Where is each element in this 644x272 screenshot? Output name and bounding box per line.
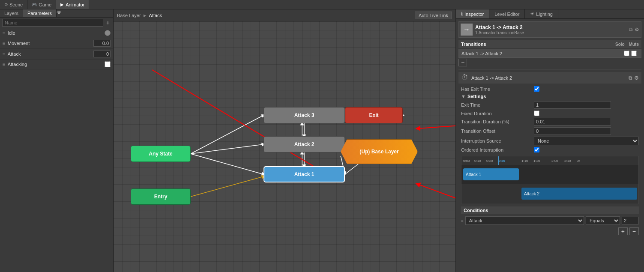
tab-scene[interactable]: ⊙ Scene [0, 0, 27, 9]
open-external-icon[interactable]: ⧉ [629, 27, 633, 33]
state-label: (Up) Base Layer [359, 149, 398, 155]
search-input[interactable] [2, 19, 103, 27]
interruption-source-label: Interruption Source [461, 138, 534, 143]
scene-icon: ⊙ [4, 2, 8, 7]
visibility-toggle[interactable]: 👁 [57, 9, 62, 17]
list-item: ≡ Attack [0, 49, 113, 60]
divider [458, 69, 641, 69]
add-param-button[interactable]: + [105, 19, 111, 26]
state-node-attack2[interactable]: Attack 2 [264, 136, 345, 152]
transition-duration-input[interactable] [534, 118, 611, 126]
param-name: Movement [8, 41, 92, 46]
state-node-base-layer[interactable]: (Up) Base Layer [341, 139, 418, 164]
track-row-1: Attack 1 [461, 165, 638, 184]
transitions-header: Transitions Solo Mute [458, 40, 641, 48]
timeline-mark: 0:20 [486, 159, 493, 163]
exit-time-label: Exit Time [461, 102, 534, 108]
breadcrumb-separator: ► [143, 13, 147, 18]
timeline-mark: 2:00 [551, 159, 558, 163]
condition-operator-select[interactable]: Equals Not Equal Greater Less [586, 216, 620, 225]
svg-line-11 [191, 154, 264, 174]
timeline-mark: 2:10 [564, 159, 571, 163]
interruption-source-row: Interruption Source None Current State N… [458, 136, 641, 146]
breadcrumb-base-layer[interactable]: Base Layer [117, 13, 141, 18]
tab-lighting[interactable]: ☀ Lighting [525, 9, 558, 18]
transition-offset-row: Transition Offset [458, 126, 641, 136]
transition-offset-input[interactable] [534, 127, 611, 135]
param-value-input[interactable] [93, 40, 111, 47]
tab-parameters[interactable]: Parameters [23, 9, 57, 17]
svg-line-10 [191, 144, 264, 154]
has-exit-time-checkbox[interactable] [534, 86, 539, 92]
remove-condition-button[interactable]: − [629, 227, 639, 235]
animator-canvas[interactable]: Attack 3 Exit Attack 2 Any State (Up) Ba… [114, 21, 455, 272]
settings-gear-icon[interactable]: ⚙ [635, 27, 639, 33]
track-row-2: Attack 2 [461, 184, 638, 203]
timeline-mark: 1:10 [521, 159, 528, 163]
transition-edit-title: Attack 1 -> Attack 2 [471, 75, 512, 81]
state-node-exit[interactable]: Exit [345, 107, 403, 123]
state-node-entry[interactable]: Entry [131, 188, 191, 205]
interruption-source-select[interactable]: None Current State Next State Current St… [534, 137, 639, 145]
state-node-any-state[interactable]: Any State [131, 146, 191, 162]
left-panel-toolbar: + [0, 18, 113, 28]
tab-layers[interactable]: Layers [0, 9, 23, 17]
timeline-tracks: Attack 1 Attack 2 [461, 165, 638, 203]
transition-solo-checkbox[interactable] [624, 51, 629, 56]
settings-collapse-icon[interactable]: ▼ [461, 94, 466, 99]
state-label: Attack 3 [294, 112, 315, 118]
transition-item[interactable]: Attack 1 -> Attack 2 [458, 49, 641, 58]
tab-inspector[interactable]: ℹ Inspector [456, 9, 489, 18]
transition-duration-label: Transition Duration (%) [461, 119, 534, 124]
state-label: Attack 1 [294, 171, 315, 177]
param-trigger-circle [105, 30, 111, 36]
breadcrumb: Base Layer ► Attack [117, 13, 162, 18]
track-block-attack1: Attack 1 [463, 168, 519, 180]
param-list: ≡ Idle ≡ Movement ≡ Attack ≡ Attacking [0, 28, 113, 272]
state-node-attack3[interactable]: Attack 3 [264, 107, 345, 123]
transition-icon: → [461, 24, 473, 36]
has-exit-time-label: Has Exit Time [461, 87, 534, 92]
timeline-ruler: 0:00 0:10 0:20 0:30 1:10 1:20 2:00 2:10 … [461, 156, 638, 165]
timeline-mark: 2: [577, 159, 580, 163]
tab-animator[interactable]: ▶ Animator [56, 0, 89, 9]
solo-mute-labels: Solo Mute [615, 42, 639, 47]
fixed-duration-label: Fixed Duration [461, 111, 534, 116]
condition-param-select[interactable]: Attack Idle Movement Attacking [465, 216, 584, 225]
exit-time-input[interactable] [534, 101, 611, 109]
edit-open-icon[interactable]: ⧉ [629, 75, 632, 81]
param-name: Attacking [8, 62, 103, 67]
transition-edit-header: ⏱ Attack 1 -> Attack 2 ⧉ ⚙ [458, 72, 641, 84]
edit-settings-icon[interactable]: ⚙ [634, 75, 639, 81]
param-bool-checkbox[interactable] [105, 61, 111, 67]
timeline-playhead [498, 156, 499, 165]
timeline-mark: 0:00 [463, 159, 470, 163]
remove-transition-button[interactable]: − [458, 59, 467, 66]
has-exit-time-row: Has Exit Time [458, 85, 641, 93]
ordered-interruption-label: Ordered Interruption [461, 147, 534, 152]
svg-line-12 [191, 176, 264, 197]
tab-level-editor[interactable]: Level Editor [489, 9, 525, 18]
param-handle: ≡ [3, 41, 5, 46]
timeline-container: 0:00 0:10 0:20 0:30 1:10 1:20 2:00 2:10 … [461, 156, 639, 204]
transition-duration-row: Transition Duration (%) [458, 117, 641, 126]
condition-value-input[interactable] [622, 217, 639, 224]
breadcrumb-attack[interactable]: Attack [149, 13, 162, 18]
state-node-attack1[interactable]: Attack 1 [264, 166, 345, 182]
param-name: Idle [8, 30, 103, 36]
tab-game[interactable]: 🎮 Game [27, 0, 56, 9]
fixed-duration-checkbox[interactable] [534, 111, 539, 116]
ordered-interruption-checkbox[interactable] [534, 147, 539, 152]
add-condition-button[interactable]: + [618, 227, 628, 235]
param-value-input[interactable] [93, 51, 111, 57]
condition-handle: ≡ [461, 218, 464, 223]
fixed-duration-row: Fixed Duration [458, 110, 641, 117]
transition-mute-checkbox[interactable] [631, 51, 637, 56]
auto-live-link-button[interactable]: Auto Live Link [415, 12, 452, 19]
state-label: Attack 2 [294, 141, 315, 147]
lighting-icon: ☀ [530, 11, 534, 17]
param-handle: ≡ [3, 52, 5, 57]
inspector-icon-tab: ℹ [461, 11, 463, 17]
settings-header: ▼ Settings [458, 93, 641, 100]
right-panel: ℹ Inspector Level Editor ☀ Lighting → At… [455, 9, 644, 272]
